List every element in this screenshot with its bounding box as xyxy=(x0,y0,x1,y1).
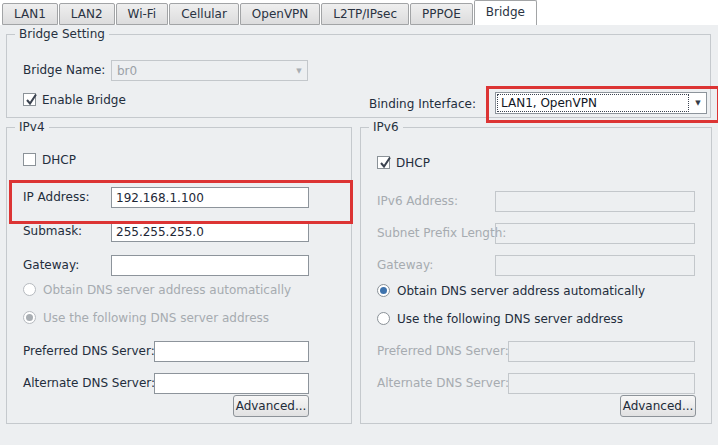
bridge-name-label: Bridge Name: xyxy=(23,63,105,77)
subnet-prefix-length-label: Subnet Prefix Length: xyxy=(377,226,506,240)
checkmark-icon xyxy=(24,91,38,107)
ipv6-advanced-button[interactable]: Advanced... xyxy=(620,395,696,417)
ipv4-dhcp-label: DHCP xyxy=(42,153,76,167)
ipv4-dns-auto-radio: Obtain DNS server address automatically xyxy=(23,283,291,297)
ipv6-legend: IPv6 xyxy=(369,120,403,134)
submask-label: Submask: xyxy=(23,224,82,238)
tab-bridge[interactable]: Bridge xyxy=(474,0,537,25)
ip-address-label: IP Address: xyxy=(23,190,89,204)
binding-interface-value: LAN1, OpenVPN xyxy=(498,95,688,111)
radio-dot xyxy=(23,283,36,296)
bridge-tab-panel: Bridge Setting Bridge Name: br0 ▼ Enable… xyxy=(0,25,718,445)
radio-dot xyxy=(377,312,390,325)
ipv4-preferred-dns-label: Preferred DNS Server: xyxy=(23,344,155,358)
ipv6-dns-auto-radio[interactable]: Obtain DNS server address automatically xyxy=(377,284,645,298)
ipv6-gateway-label: Gateway: xyxy=(377,258,433,272)
ipv6-alternate-dns-input xyxy=(508,373,695,394)
ipv4-gateway-label: Gateway: xyxy=(23,258,79,272)
binding-interface-select[interactable]: LAN1, OpenVPN ▼ xyxy=(495,92,707,114)
ipv6-address-input xyxy=(495,191,695,212)
ipv6-gateway-input xyxy=(495,255,695,276)
chevron-down-icon[interactable]: ▼ xyxy=(690,98,706,108)
subnet-prefix-length-input xyxy=(495,223,695,244)
tab-lan1[interactable]: LAN1 xyxy=(2,3,58,25)
ipv6-preferred-dns-label: Preferred DNS Server: xyxy=(377,344,509,358)
ip-address-input[interactable] xyxy=(111,187,309,208)
tab-lan2[interactable]: LAN2 xyxy=(59,3,115,25)
ipv6-dns-manual-label: Use the following DNS server address xyxy=(397,312,623,326)
ipv4-legend: IPv4 xyxy=(15,120,49,134)
binding-interface-label: Binding Interface: xyxy=(369,97,476,111)
submask-input[interactable] xyxy=(111,221,309,242)
ipv6-dns-auto-label: Obtain DNS server address automatically xyxy=(397,284,645,298)
tab-l2tp-ipsec[interactable]: L2TP/IPsec xyxy=(321,3,409,25)
tab-bar: LAN1 LAN2 Wi-Fi Cellular OpenVPN L2TP/IP… xyxy=(0,0,718,25)
ipv4-dhcp-checkbox[interactable]: DHCP xyxy=(23,153,76,167)
enable-bridge-checkbox[interactable]: Enable Bridge xyxy=(23,93,126,107)
tab-wifi[interactable]: Wi-Fi xyxy=(116,3,169,25)
bridge-settings-screen: LAN1 LAN2 Wi-Fi Cellular OpenVPN L2TP/IP… xyxy=(0,0,718,445)
ipv4-dns-auto-label: Obtain DNS server address automatically xyxy=(43,283,291,297)
bridge-setting-legend: Bridge Setting xyxy=(15,27,109,41)
ipv6-dhcp-checkbox[interactable]: DHCP xyxy=(377,156,430,170)
enable-bridge-label: Enable Bridge xyxy=(42,93,126,107)
tab-pppoe[interactable]: PPPOE xyxy=(410,3,473,25)
checkbox-box xyxy=(23,153,36,166)
tab-openvpn[interactable]: OpenVPN xyxy=(240,3,320,25)
ipv4-gateway-input[interactable] xyxy=(111,255,309,276)
ipv4-alternate-dns-input[interactable] xyxy=(154,373,309,394)
ipv4-advanced-button[interactable]: Advanced... xyxy=(233,395,309,417)
bridge-setting-group: Bridge Setting Bridge Name: br0 ▼ Enable… xyxy=(6,34,711,118)
ipv6-dns-manual-radio[interactable]: Use the following DNS server address xyxy=(377,312,623,326)
ipv6-preferred-dns-input xyxy=(508,341,695,362)
ipv6-dhcp-label: DHCP xyxy=(396,156,430,170)
ipv4-group: IPv4 DHCP IP Address: Submask: Gateway: … xyxy=(6,127,352,424)
radio-dot xyxy=(23,311,36,324)
ipv4-dns-manual-radio: Use the following DNS server address xyxy=(23,311,269,325)
ipv4-alternate-dns-label: Alternate DNS Server: xyxy=(23,376,155,390)
ipv4-dns-manual-label: Use the following DNS server address xyxy=(43,311,269,325)
ipv6-address-label: IPv6 Address: xyxy=(377,194,458,208)
tab-cellular[interactable]: Cellular xyxy=(169,3,239,25)
checkbox-box xyxy=(377,156,390,169)
ipv6-group: IPv6 DHCP IPv6 Address: Subnet Prefix Le… xyxy=(360,127,712,424)
ipv4-preferred-dns-input[interactable] xyxy=(154,341,309,362)
bridge-name-value: br0 xyxy=(114,64,289,78)
ipv6-alternate-dns-label: Alternate DNS Server: xyxy=(377,376,509,390)
checkbox-box xyxy=(23,93,36,106)
chevron-down-icon: ▼ xyxy=(291,66,307,76)
bridge-name-select: br0 ▼ xyxy=(111,60,308,81)
checkmark-icon xyxy=(378,154,392,170)
radio-dot xyxy=(377,284,390,297)
